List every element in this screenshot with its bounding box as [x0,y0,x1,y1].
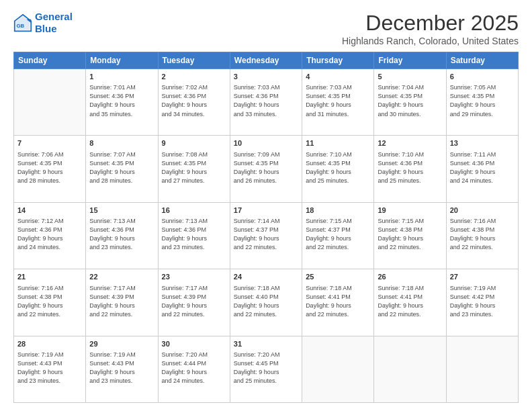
day-info: Sunrise: 7:03 AM Sunset: 4:35 PM Dayligh… [306,83,370,118]
day-info: Sunrise: 7:12 AM Sunset: 4:36 PM Dayligh… [17,217,82,252]
calendar-table: SundayMondayTuesdayWednesdayThursdayFrid… [13,52,519,403]
logo-icon: GB [13,13,32,32]
day-number: 1 [89,72,154,82]
day-number: 5 [378,72,442,82]
calendar-cell: 22Sunrise: 7:17 AM Sunset: 4:39 PM Dayli… [86,269,158,336]
day-number: 18 [306,205,370,216]
day-info: Sunrise: 7:13 AM Sunset: 4:36 PM Dayligh… [89,217,154,252]
calendar-cell: 26Sunrise: 7:18 AM Sunset: 4:41 PM Dayli… [374,269,446,336]
calendar-cell: 17Sunrise: 7:14 AM Sunset: 4:37 PM Dayli… [230,202,302,269]
day-number: 17 [234,205,298,216]
day-info: Sunrise: 7:16 AM Sunset: 4:38 PM Dayligh… [17,284,82,319]
day-number: 22 [89,272,154,282]
logo-line2: Blue [35,23,57,34]
day-number: 3 [234,72,298,82]
day-info: Sunrise: 7:10 AM Sunset: 4:35 PM Dayligh… [306,150,370,185]
day-info: Sunrise: 7:19 AM Sunset: 4:43 PM Dayligh… [89,351,154,385]
day-info: Sunrise: 7:01 AM Sunset: 4:36 PM Dayligh… [89,83,154,118]
calendar-cell: 5Sunrise: 7:04 AM Sunset: 4:35 PM Daylig… [374,69,446,136]
location-subtitle: Highlands Ranch, Colorado, United States [342,36,519,46]
calendar-cell: 8Sunrise: 7:07 AM Sunset: 4:35 PM Daylig… [86,136,158,202]
logo: GB General Blue [13,11,73,35]
calendar-cell: 2Sunrise: 7:02 AM Sunset: 4:36 PM Daylig… [158,69,230,136]
day-info: Sunrise: 7:03 AM Sunset: 4:36 PM Dayligh… [234,83,298,118]
day-info: Sunrise: 7:07 AM Sunset: 4:35 PM Dayligh… [89,150,154,185]
calendar-week-5: 28Sunrise: 7:19 AM Sunset: 4:43 PM Dayli… [14,336,519,402]
calendar-cell: 31Sunrise: 7:20 AM Sunset: 4:45 PM Dayli… [230,336,302,402]
day-number: 24 [234,272,298,282]
day-number: 2 [162,72,226,82]
day-info: Sunrise: 7:13 AM Sunset: 4:36 PM Dayligh… [162,217,226,252]
day-number: 12 [378,138,442,148]
calendar-cell: 1Sunrise: 7:01 AM Sunset: 4:36 PM Daylig… [86,69,158,136]
calendar-cell: 24Sunrise: 7:18 AM Sunset: 4:40 PM Dayli… [230,269,302,336]
calendar-cell: 9Sunrise: 7:08 AM Sunset: 4:35 PM Daylig… [158,136,230,202]
day-number: 15 [89,205,154,216]
day-info: Sunrise: 7:15 AM Sunset: 4:37 PM Dayligh… [306,217,370,252]
calendar-cell: 18Sunrise: 7:15 AM Sunset: 4:37 PM Dayli… [302,202,374,269]
calendar-cell: 3Sunrise: 7:03 AM Sunset: 4:36 PM Daylig… [230,69,302,136]
calendar-cell: 28Sunrise: 7:19 AM Sunset: 4:43 PM Dayli… [14,336,86,402]
calendar-cell: 11Sunrise: 7:10 AM Sunset: 4:35 PM Dayli… [302,136,374,202]
calendar-cell [374,336,446,402]
calendar-week-2: 7Sunrise: 7:06 AM Sunset: 4:35 PM Daylig… [14,136,519,202]
calendar-cell: 10Sunrise: 7:09 AM Sunset: 4:35 PM Dayli… [230,136,302,202]
calendar-cell: 7Sunrise: 7:06 AM Sunset: 4:35 PM Daylig… [14,136,86,202]
day-number: 4 [306,72,370,82]
day-info: Sunrise: 7:14 AM Sunset: 4:37 PM Dayligh… [234,217,298,252]
calendar-header-monday: Monday [86,52,158,69]
day-number: 19 [378,205,442,216]
calendar-cell: 6Sunrise: 7:05 AM Sunset: 4:35 PM Daylig… [446,69,518,136]
calendar-header-sunday: Sunday [14,52,86,69]
calendar-cell [446,336,518,402]
calendar-cell: 27Sunrise: 7:19 AM Sunset: 4:42 PM Dayli… [446,269,518,336]
day-info: Sunrise: 7:05 AM Sunset: 4:35 PM Dayligh… [450,83,515,118]
calendar-week-4: 21Sunrise: 7:16 AM Sunset: 4:38 PM Dayli… [14,269,519,336]
calendar-cell: 21Sunrise: 7:16 AM Sunset: 4:38 PM Dayli… [14,269,86,336]
day-number: 28 [17,339,82,349]
day-number: 13 [450,138,515,148]
day-info: Sunrise: 7:15 AM Sunset: 4:38 PM Dayligh… [378,217,442,252]
day-number: 25 [306,272,370,282]
day-info: Sunrise: 7:02 AM Sunset: 4:36 PM Dayligh… [162,83,226,118]
svg-text:GB: GB [16,23,24,29]
calendar-header-thursday: Thursday [302,52,374,69]
day-number: 27 [450,272,515,282]
day-number: 11 [306,138,370,148]
day-info: Sunrise: 7:08 AM Sunset: 4:35 PM Dayligh… [162,150,226,185]
calendar-cell: 4Sunrise: 7:03 AM Sunset: 4:35 PM Daylig… [302,69,374,136]
day-info: Sunrise: 7:20 AM Sunset: 4:44 PM Dayligh… [162,351,226,385]
day-info: Sunrise: 7:16 AM Sunset: 4:38 PM Dayligh… [450,217,515,252]
day-info: Sunrise: 7:10 AM Sunset: 4:36 PM Dayligh… [378,150,442,185]
day-info: Sunrise: 7:18 AM Sunset: 4:41 PM Dayligh… [378,284,442,319]
calendar-cell: 29Sunrise: 7:19 AM Sunset: 4:43 PM Dayli… [86,336,158,402]
calendar-cell: 12Sunrise: 7:10 AM Sunset: 4:36 PM Dayli… [374,136,446,202]
day-info: Sunrise: 7:17 AM Sunset: 4:39 PM Dayligh… [89,284,154,319]
calendar-week-1: 1Sunrise: 7:01 AM Sunset: 4:36 PM Daylig… [14,69,519,136]
day-info: Sunrise: 7:19 AM Sunset: 4:43 PM Dayligh… [17,351,82,385]
day-number: 7 [17,138,82,148]
day-info: Sunrise: 7:06 AM Sunset: 4:35 PM Dayligh… [17,150,82,185]
day-number: 21 [17,272,82,282]
day-info: Sunrise: 7:04 AM Sunset: 4:35 PM Dayligh… [378,83,442,118]
logo-text: General Blue [35,11,73,35]
day-number: 14 [17,205,82,216]
day-info: Sunrise: 7:18 AM Sunset: 4:40 PM Dayligh… [234,284,298,319]
day-number: 26 [378,272,442,282]
calendar-cell: 14Sunrise: 7:12 AM Sunset: 4:36 PM Dayli… [14,202,86,269]
calendar-cell: 16Sunrise: 7:13 AM Sunset: 4:36 PM Dayli… [158,202,230,269]
title-block: December 2025 Highlands Ranch, Colorado,… [342,11,519,46]
header: GB General Blue December 2025 Highlands … [13,11,519,46]
calendar-week-3: 14Sunrise: 7:12 AM Sunset: 4:36 PM Dayli… [14,202,519,269]
day-number: 31 [234,339,298,349]
day-number: 29 [89,339,154,349]
calendar-header-saturday: Saturday [446,52,518,69]
day-number: 6 [450,72,515,82]
calendar-header-row: SundayMondayTuesdayWednesdayThursdayFrid… [14,52,519,69]
day-number: 30 [162,339,226,349]
calendar-cell: 20Sunrise: 7:16 AM Sunset: 4:38 PM Dayli… [446,202,518,269]
calendar-cell: 30Sunrise: 7:20 AM Sunset: 4:44 PM Dayli… [158,336,230,402]
day-number: 20 [450,205,515,216]
calendar-cell: 13Sunrise: 7:11 AM Sunset: 4:36 PM Dayli… [446,136,518,202]
day-number: 10 [234,138,298,148]
